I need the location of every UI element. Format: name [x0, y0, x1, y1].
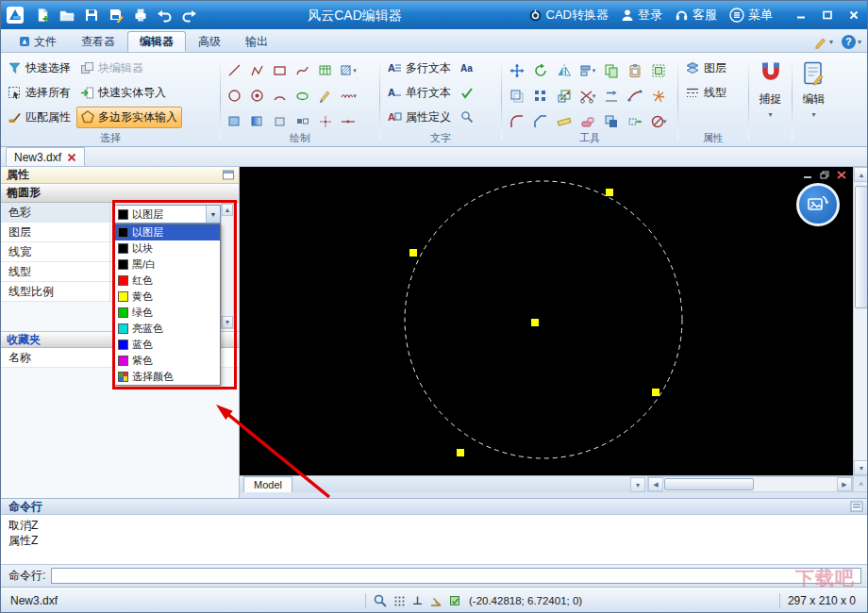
- model-tab[interactable]: Model: [243, 476, 292, 492]
- color-option-bylayer[interactable]: 以图层: [115, 224, 220, 240]
- grip-point[interactable]: [457, 449, 464, 456]
- tab-advanced[interactable]: 高级: [186, 31, 233, 52]
- panel-options-icon[interactable]: [221, 169, 235, 181]
- tab-editor[interactable]: 编辑器: [127, 31, 186, 52]
- help-button[interactable]: ? ▾: [842, 35, 861, 49]
- select-all-button[interactable]: 选择所有: [4, 83, 75, 103]
- chamfer-tool-icon[interactable]: [530, 110, 551, 133]
- convert-float-button[interactable]: [796, 183, 840, 226]
- tab-output[interactable]: 输出: [233, 31, 280, 52]
- color-dropdown[interactable]: 以图层 ▼: [114, 205, 221, 224]
- customize-toolbar-icon[interactable]: ▾: [814, 36, 833, 49]
- customer-service-button[interactable]: 客服: [675, 7, 717, 24]
- scroll-right-button[interactable]: ▶: [837, 477, 852, 491]
- trim-tool-icon[interactable]: ▾: [577, 85, 598, 108]
- linetype-button[interactable]: 线型: [681, 83, 730, 103]
- horizontal-scroll-thumb[interactable]: [664, 478, 754, 490]
- print-icon[interactable]: [128, 5, 152, 26]
- login-button[interactable]: 登录: [621, 7, 662, 24]
- erase-tool-icon[interactable]: [577, 110, 598, 133]
- canvas-close-icon[interactable]: [835, 169, 848, 180]
- find-text-icon[interactable]: [457, 106, 477, 128]
- snap-button[interactable]: 捕捉 ▾: [749, 53, 792, 146]
- command-input[interactable]: [51, 568, 861, 584]
- scroll-up-button[interactable]: ▲: [222, 204, 233, 216]
- region-tool-icon[interactable]: [270, 110, 291, 133]
- match-properties-button[interactable]: 匹配属性: [4, 108, 75, 127]
- document-tab[interactable]: New3.dxf: [6, 147, 85, 166]
- drawing-canvas[interactable]: [240, 167, 853, 475]
- minimize-button[interactable]: [789, 5, 812, 25]
- menu-button[interactable]: 菜单: [729, 7, 773, 24]
- tab-viewer[interactable]: 查看器: [69, 31, 127, 52]
- extend-tool-icon[interactable]: [601, 85, 622, 108]
- scale-tool-icon[interactable]: [554, 85, 575, 108]
- layer-button[interactable]: 图层: [681, 58, 730, 78]
- color-option-green[interactable]: 绿色: [115, 305, 220, 321]
- close-document-icon[interactable]: [67, 153, 76, 162]
- scroll-down-button[interactable]: ▼: [222, 316, 233, 328]
- scroll-left-button[interactable]: ◀: [648, 477, 663, 491]
- grip-point[interactable]: [606, 189, 613, 196]
- paste-tool-icon[interactable]: [625, 59, 645, 82]
- snap-dropdown-icon[interactable]: ▾: [768, 110, 772, 119]
- join-tool-icon[interactable]: [625, 85, 645, 108]
- color-option-blackwhite[interactable]: 黑/白: [115, 257, 220, 273]
- ellipse-tool-icon[interactable]: [292, 85, 313, 108]
- panel-scrollbar[interactable]: ▲ ▼: [221, 203, 234, 329]
- gradient-tool-icon[interactable]: [247, 110, 268, 133]
- color-option-red[interactable]: 红色: [115, 273, 220, 289]
- move-tool-icon[interactable]: [507, 59, 527, 82]
- fillet-tool-icon[interactable]: [507, 110, 527, 133]
- grip-point[interactable]: [409, 249, 417, 257]
- polar-tracking-icon[interactable]: [429, 595, 442, 607]
- color-option-yellow[interactable]: 黄色: [115, 289, 220, 305]
- polygon-entity-input-button[interactable]: 多边形实体输入: [76, 107, 182, 128]
- color-option-blue[interactable]: 蓝色: [115, 337, 220, 353]
- vertical-scroll-track[interactable]: [854, 182, 868, 460]
- draworder-tool-icon[interactable]: [601, 110, 622, 133]
- vertical-scrollbar[interactable]: ▲ ▼: [853, 167, 868, 475]
- multiline-text-button[interactable]: A 多行文本: [383, 58, 455, 78]
- mirror-tool-icon[interactable]: [554, 59, 575, 82]
- donut-tool-icon[interactable]: [247, 85, 268, 108]
- circle-tool-icon[interactable]: [225, 85, 245, 108]
- line-tool-icon[interactable]: [225, 59, 245, 82]
- table-tool-icon[interactable]: [315, 59, 336, 82]
- polyline-tool-icon[interactable]: [247, 59, 268, 82]
- spell-check-icon[interactable]: [457, 81, 477, 104]
- rotate-tool-icon[interactable]: [530, 59, 551, 82]
- horizontal-scrollbar[interactable]: ◀ ▶: [647, 476, 853, 492]
- hatch-tool-icon[interactable]: ▾: [338, 59, 359, 82]
- scroll-down-button[interactable]: ▼: [854, 460, 868, 475]
- group-tool-icon[interactable]: [648, 59, 669, 82]
- rectangle-tool-icon[interactable]: [270, 59, 291, 82]
- color-option-magenta[interactable]: 紫色: [115, 353, 220, 369]
- arc-tool-icon[interactable]: [270, 85, 291, 108]
- solid-fill-tool-icon[interactable]: [225, 110, 245, 133]
- maximize-button[interactable]: [815, 5, 839, 25]
- ellipse-entity[interactable]: [405, 181, 682, 458]
- copy-tool-icon[interactable]: [601, 59, 622, 82]
- purge-tool-icon[interactable]: ▾: [648, 110, 669, 133]
- attribute-define-button[interactable]: A 属性定义: [383, 108, 455, 127]
- tab-file[interactable]: 文件: [7, 31, 69, 52]
- measure-tool-icon[interactable]: [554, 110, 575, 133]
- osnap-toggle-icon[interactable]: [449, 595, 461, 607]
- spline-tool-icon[interactable]: [292, 59, 313, 82]
- sketch-tool-icon[interactable]: [315, 85, 336, 108]
- canvas-minimize-icon[interactable]: [801, 169, 814, 180]
- new-file-icon[interactable]: [30, 5, 54, 26]
- command-history[interactable]: 取消Z 属性Z: [1, 515, 868, 564]
- grid-toggle-icon[interactable]: [393, 595, 406, 607]
- scroll-up-button[interactable]: ▲: [854, 167, 868, 182]
- dropdown-arrow-button[interactable]: ▼: [206, 206, 220, 223]
- zoom-status-icon[interactable]: [374, 594, 387, 607]
- edit-dropdown-icon[interactable]: ▾: [811, 110, 815, 119]
- block-insert-tool-icon[interactable]: [292, 110, 313, 133]
- canvas-restore-icon[interactable]: [818, 169, 831, 180]
- grip-point[interactable]: [652, 389, 659, 396]
- save-as-icon[interactable]: [104, 5, 127, 26]
- singleline-text-button[interactable]: A 单行文本: [383, 83, 455, 103]
- color-option-pick-color[interactable]: 选择颜色: [115, 369, 220, 385]
